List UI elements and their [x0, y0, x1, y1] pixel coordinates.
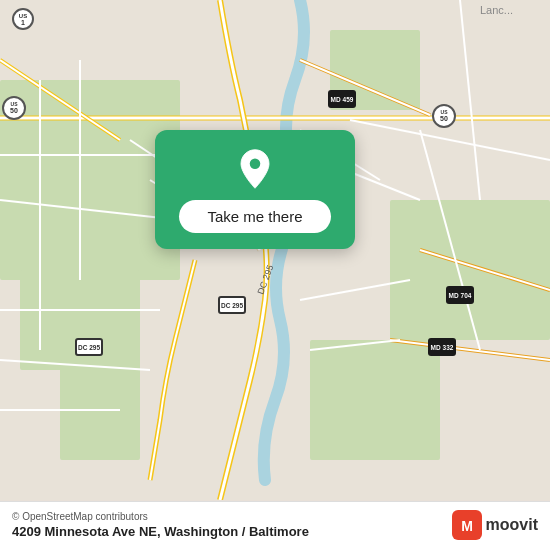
shield-us1: US 1 — [12, 8, 34, 30]
svg-rect-5 — [310, 340, 440, 460]
shield-md459: MD 459 — [328, 90, 356, 108]
shield-dc295-lower: DC 295 — [75, 338, 103, 356]
location-pin-icon — [234, 148, 276, 190]
shield-md704: MD 704 — [446, 286, 474, 304]
osm-attribution: © OpenStreetMap contributors — [12, 511, 309, 522]
map-container: Lanc... DC 295 US 1 US 50 US 50 MD 459 D… — [0, 0, 550, 550]
bottom-bar: © OpenStreetMap contributors 4209 Minnes… — [0, 501, 550, 550]
shield-us50-right: US 50 — [432, 104, 456, 128]
svg-rect-1 — [0, 80, 180, 280]
shield-md332: MD 332 — [428, 338, 456, 356]
moovit-logo: M moovit — [452, 510, 538, 540]
svg-text:Lanc...: Lanc... — [480, 4, 513, 16]
shield-us50-left: US 50 — [2, 96, 26, 120]
svg-point-35 — [250, 159, 261, 170]
shield-dc295-center: DC 295 — [218, 296, 246, 314]
address-section: © OpenStreetMap contributors 4209 Minnes… — [12, 511, 309, 539]
popup-card: Take me there — [155, 130, 355, 249]
map-svg: Lanc... DC 295 — [0, 0, 550, 500]
svg-rect-4 — [390, 200, 550, 340]
svg-text:M: M — [461, 518, 473, 534]
take-me-there-button[interactable]: Take me there — [179, 200, 330, 233]
moovit-label: moovit — [486, 516, 538, 534]
address-label: 4209 Minnesota Ave NE, Washington / Balt… — [12, 524, 309, 539]
moovit-icon: M — [452, 510, 482, 540]
